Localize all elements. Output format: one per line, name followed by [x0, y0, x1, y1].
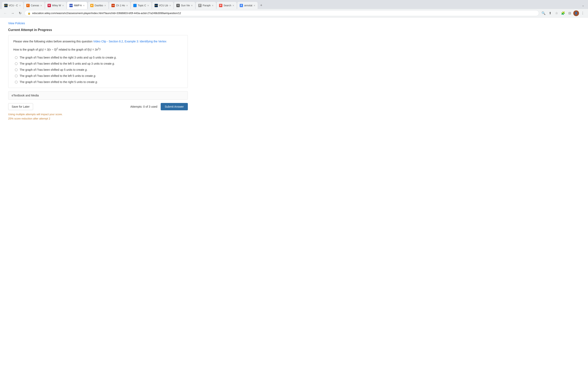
- forward-button[interactable]: →: [10, 10, 16, 16]
- tab-dashboard[interactable]: ★ Dashbo ×: [87, 2, 109, 9]
- tab-close-paraph[interactable]: ×: [212, 4, 213, 7]
- url-text: education.wiley.com/was/ui/v2/assessment…: [32, 12, 536, 15]
- tab-label-ch1: Ch 1 Ho: [116, 4, 125, 7]
- tab-annot[interactable]: A annotat ×: [237, 2, 258, 9]
- attempts-submit-row: Attempts: 0 of 3 used Submit Answer: [130, 103, 188, 110]
- radio-5[interactable]: [15, 81, 17, 83]
- tab-favicon-gun: G: [176, 4, 180, 7]
- radio-3[interactable]: [15, 68, 17, 71]
- tab-nwp[interactable]: NWP NWP A ×: [67, 2, 87, 9]
- radio-2[interactable]: [15, 62, 17, 65]
- reload-button[interactable]: ↻: [17, 10, 23, 16]
- save-later-button[interactable]: Save for Later: [8, 103, 33, 110]
- page-content: View Policies Current Attempt in Progres…: [0, 17, 196, 125]
- browser-actions: 🔍 ⬆ ☆ 🧩 ⊟ 👤 ⋮: [541, 10, 586, 16]
- question-container: Please view the following video before a…: [8, 35, 188, 88]
- tab-wiley[interactable]: W Wiley W ×: [45, 2, 67, 9]
- browser-chrome: VCU VCU - C × C Canvas × W Wiley W × NWP…: [0, 0, 588, 17]
- answer-choice-4[interactable]: The graph of f has been shifted to the l…: [15, 74, 183, 77]
- answer-label-1: The graph of f has been shifted to the r…: [20, 56, 117, 59]
- current-attempt-title: Current Attempt in Progress: [8, 28, 188, 32]
- video-instruction: Please view the following video before a…: [13, 39, 183, 44]
- etextbook-section: eTextbook and Media: [8, 91, 188, 100]
- tab-close-annot[interactable]: ×: [254, 4, 255, 7]
- tab-label-paraph: Paraph: [203, 4, 211, 7]
- score-warning: Using multiple attempts will impact your…: [8, 112, 188, 121]
- tab-label-wiley: Wiley W: [52, 4, 61, 7]
- tab-label-gun: Gun Vie: [181, 4, 190, 7]
- score-warning-line2: 25% score reduction after attempt 2: [8, 117, 188, 121]
- answer-choices: The graph of f has been shifted to the r…: [15, 56, 183, 83]
- radio-1[interactable]: [15, 56, 17, 59]
- tab-paraph[interactable]: P Paraph ×: [196, 2, 216, 9]
- sidebar-button[interactable]: ⊟: [567, 10, 572, 16]
- tab-favicon-paraph: P: [198, 4, 201, 7]
- tab-label-dashboard: Dashbo: [95, 4, 103, 7]
- etextbook-label: eTextbook and Media: [12, 94, 39, 97]
- answer-label-3: The graph of f has been shifted up 5 uni…: [20, 68, 87, 71]
- tab-vculib[interactable]: VCU VCU Lib ×: [152, 2, 174, 9]
- tab-favicon-canvas: C: [26, 4, 30, 7]
- answer-label-2: The graph of f has been shifted to the l…: [20, 62, 115, 65]
- tab-label-vculib: VCU Lib: [159, 4, 168, 7]
- score-warning-line1: Using multiple attempts will impact your…: [8, 112, 188, 117]
- tab-label-gmail: Search: [224, 4, 231, 7]
- tab-canvas[interactable]: C Canvas ×: [24, 2, 45, 9]
- tab-close-vculib[interactable]: ×: [169, 4, 171, 7]
- url-bar[interactable]: 🔒 education.wiley.com/was/ui/v2/assessme…: [25, 10, 539, 16]
- save-page-button[interactable]: ⬆: [547, 10, 553, 16]
- new-tab-button[interactable]: +: [258, 2, 264, 9]
- bookmark-button[interactable]: ☆: [554, 10, 559, 16]
- more-menu-button[interactable]: ⋮: [580, 10, 586, 16]
- extension-button[interactable]: 🧩: [560, 10, 566, 16]
- math-g: g(x) = 3(x − 5)2: [39, 48, 58, 51]
- tab-favicon-annot: A: [240, 4, 243, 7]
- tab-close-gmail[interactable]: ×: [233, 4, 234, 7]
- answer-choice-3[interactable]: The graph of f has been shifted up 5 uni…: [15, 68, 183, 71]
- tab-ch1[interactable]: Ch Ch 1 Ho ×: [109, 2, 130, 9]
- question-text: How is the graph of g(x) = 3(x − 5)2 rel…: [13, 47, 183, 52]
- tab-gmail[interactable]: M Search ×: [216, 2, 237, 9]
- radio-4[interactable]: [15, 75, 17, 77]
- tab-favicon-gmail: M: [219, 4, 222, 7]
- answer-choice-2[interactable]: The graph of f has been shifted to the l…: [15, 62, 183, 65]
- tab-favicon-topic: 🌐: [133, 4, 137, 7]
- profile-avatar[interactable]: 👤: [573, 10, 579, 16]
- video-link[interactable]: Video Clip - Section 8.2, Example 3: Ide…: [93, 40, 166, 43]
- tab-favicon-ch1: Ch: [112, 4, 115, 7]
- tab-close-wiley[interactable]: ×: [62, 4, 64, 7]
- tab-gun[interactable]: G Gun Vie ×: [174, 2, 195, 9]
- attempts-info: Attempts: 0 of 3 used: [130, 105, 157, 108]
- tab-bar: VCU VCU - C × C Canvas × W Wiley W × NWP…: [0, 0, 588, 9]
- answer-choice-5[interactable]: The graph of f has been shifted to the r…: [15, 80, 183, 83]
- answer-choice-1[interactable]: The graph of f has been shifted to the r…: [15, 56, 183, 59]
- tab-label-nwp: NWP A: [74, 4, 82, 7]
- tab-close-topic[interactable]: ×: [147, 4, 149, 7]
- tab-close-gun[interactable]: ×: [191, 4, 193, 7]
- tab-favicon-vcu: VCU: [4, 4, 8, 7]
- tab-vcu[interactable]: VCU VCU - C ×: [2, 2, 24, 9]
- tab-close-ch1[interactable]: ×: [126, 4, 128, 7]
- answer-label-5: The graph of f has been shifted to the r…: [20, 80, 98, 83]
- answer-label-4: The graph of f has been shifted to the l…: [20, 74, 96, 77]
- tab-list-button[interactable]: ⌄: [580, 2, 586, 8]
- tab-topic[interactable]: 🌐 Topic C ×: [131, 2, 151, 9]
- tab-favicon-nwp: NWP: [69, 4, 73, 7]
- tab-label-canvas: Canvas: [31, 4, 39, 7]
- tab-close-canvas[interactable]: ×: [40, 4, 42, 7]
- tab-label-annot: annotat: [244, 4, 252, 7]
- tab-close-nwp[interactable]: ×: [83, 4, 85, 7]
- submit-answer-button[interactable]: Submit Answer: [161, 103, 188, 110]
- tab-label-topic: Topic C: [138, 4, 146, 7]
- tab-close-vcu[interactable]: ×: [19, 4, 21, 7]
- search-browser-button[interactable]: 🔍: [541, 10, 546, 16]
- tab-favicon-wiley: W: [48, 4, 51, 7]
- back-button[interactable]: ←: [2, 10, 8, 16]
- tab-close-dashboard[interactable]: ×: [104, 4, 106, 7]
- address-bar: ← → ↻ 🔒 education.wiley.com/was/ui/v2/as…: [0, 9, 588, 17]
- math-f: f(x) = 3x2: [87, 48, 99, 51]
- view-policies-link[interactable]: View Policies: [8, 22, 25, 25]
- tab-favicon-dashboard: ★: [90, 4, 94, 7]
- lock-icon: 🔒: [27, 12, 31, 15]
- tab-favicon-vculib: VCU: [155, 4, 158, 7]
